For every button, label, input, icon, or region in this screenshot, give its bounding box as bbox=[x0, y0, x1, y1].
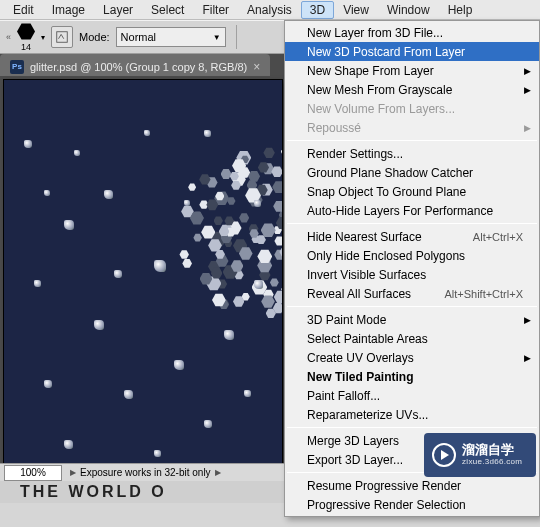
glitter-dot bbox=[254, 200, 261, 207]
submenu-arrow-icon: ▶ bbox=[524, 85, 531, 95]
menu-item[interactable]: Create UV Overlays▶ bbox=[285, 348, 539, 367]
glitter-dot bbox=[244, 390, 251, 397]
menu-item-label: Paint Falloff... bbox=[307, 389, 380, 403]
glitter-hex bbox=[179, 250, 188, 259]
menu-item[interactable]: Resume Progressive Render bbox=[285, 476, 539, 495]
menu-select[interactable]: Select bbox=[142, 1, 193, 19]
glitter-dot bbox=[204, 420, 212, 428]
menu-item[interactable]: Invert Visible Surfaces bbox=[285, 265, 539, 284]
glitter-dot bbox=[44, 380, 52, 388]
menu-item-label: New Shape From Layer bbox=[307, 64, 434, 78]
play-icon bbox=[432, 443, 456, 467]
glitter-dot bbox=[44, 190, 50, 196]
glitter-dot bbox=[64, 220, 74, 230]
menu-item-label: Auto-Hide Layers For Performance bbox=[307, 204, 493, 218]
document-tab[interactable]: Ps glitter.psd @ 100% (Group 1 copy 8, R… bbox=[0, 54, 270, 76]
close-icon[interactable]: × bbox=[253, 60, 260, 74]
menu-item[interactable]: Progressive Render Selection bbox=[285, 495, 539, 514]
menu-edit[interactable]: Edit bbox=[4, 1, 43, 19]
menu-item-label: Snap Object To Ground Plane bbox=[307, 185, 466, 199]
glitter-dot bbox=[174, 360, 184, 370]
menu-item[interactable]: Paint Falloff... bbox=[285, 386, 539, 405]
menu-item-label: Ground Plane Shadow Catcher bbox=[307, 166, 473, 180]
menu-item[interactable]: 3D Paint Mode▶ bbox=[285, 310, 539, 329]
menu-divider bbox=[287, 427, 537, 428]
glitter-dot bbox=[124, 390, 133, 399]
canvas[interactable] bbox=[4, 80, 282, 478]
menu-divider bbox=[287, 140, 537, 141]
menu-item-label: New 3D Postcard From Layer bbox=[307, 45, 465, 59]
menu-item[interactable]: Ground Plane Shadow Catcher bbox=[285, 163, 539, 182]
separator bbox=[236, 25, 237, 49]
brush-panel-button[interactable] bbox=[51, 26, 73, 48]
submenu-arrow-icon: ▶ bbox=[524, 315, 531, 325]
menu-item-label: Invert Visible Surfaces bbox=[307, 268, 426, 282]
menu-item[interactable]: Hide Nearest SurfaceAlt+Ctrl+X bbox=[285, 227, 539, 246]
glitter-hex bbox=[281, 144, 282, 159]
menu-item[interactable]: Reveal All SurfacesAlt+Shift+Ctrl+X bbox=[285, 284, 539, 303]
menu-item-label: Repoussé bbox=[307, 121, 361, 135]
menu-item-label: Export 3D Layer... bbox=[307, 453, 403, 467]
brush-size-value: 14 bbox=[21, 42, 31, 52]
chevron-down-icon: ▼ bbox=[213, 33, 221, 42]
chevron-right-icon[interactable]: ▶ bbox=[211, 468, 225, 477]
submenu-arrow-icon: ▶ bbox=[524, 66, 531, 76]
glitter-dot bbox=[184, 200, 190, 206]
menu-filter[interactable]: Filter bbox=[193, 1, 238, 19]
menu-view[interactable]: View bbox=[334, 1, 378, 19]
menu-item-label: Create UV Overlays bbox=[307, 351, 414, 365]
menu-image[interactable]: Image bbox=[43, 1, 94, 19]
submenu-arrow-icon: ▶ bbox=[524, 123, 531, 133]
mode-select[interactable]: Normal ▼ bbox=[116, 27, 226, 47]
menu-item[interactable]: New 3D Postcard From Layer bbox=[285, 42, 539, 61]
chevron-right-icon[interactable]: ▶ bbox=[66, 468, 80, 477]
menu-item-label: New Layer from 3D File... bbox=[307, 26, 443, 40]
menu-item[interactable]: New Layer from 3D File... bbox=[285, 23, 539, 42]
menu-item[interactable]: Reparameterize UVs... bbox=[285, 405, 539, 424]
glitter-dot bbox=[114, 270, 122, 278]
menu-item-label: Progressive Render Selection bbox=[307, 498, 466, 512]
brush-preset[interactable]: 14 bbox=[17, 23, 35, 52]
glitter-hex bbox=[274, 236, 282, 246]
menu-item-label: Merge 3D Layers bbox=[307, 434, 399, 448]
menu-item-label: Reveal All Surfaces bbox=[307, 287, 411, 301]
menu-help[interactable]: Help bbox=[439, 1, 482, 19]
menu-item[interactable]: New Tiled Painting bbox=[285, 367, 539, 386]
ps-file-icon: Ps bbox=[10, 60, 24, 74]
zoom-field[interactable]: 100% bbox=[4, 465, 62, 481]
menu-3d[interactable]: 3D bbox=[301, 1, 334, 19]
menu-divider bbox=[287, 306, 537, 307]
menu-item[interactable]: Select Paintable Areas bbox=[285, 329, 539, 348]
glitter-dot bbox=[94, 320, 104, 330]
submenu-arrow-icon: ▶ bbox=[524, 353, 531, 363]
chevron-down-icon[interactable]: ▾ bbox=[41, 33, 45, 42]
mode-value: Normal bbox=[121, 31, 156, 43]
menu-item[interactable]: New Mesh From Grayscale▶ bbox=[285, 80, 539, 99]
menu-window[interactable]: Window bbox=[378, 1, 439, 19]
glitter-dot bbox=[24, 140, 32, 148]
status-info: Exposure works in 32-bit only bbox=[80, 467, 211, 478]
glitter-dot bbox=[64, 440, 73, 449]
menu-shortcut: Alt+Shift+Ctrl+X bbox=[444, 288, 523, 300]
menu-item: Repoussé▶ bbox=[285, 118, 539, 137]
glitter-hex bbox=[182, 259, 192, 269]
glitter-hex bbox=[193, 233, 202, 242]
menu-item[interactable]: Only Hide Enclosed Polygons bbox=[285, 246, 539, 265]
glitter-hex bbox=[261, 295, 275, 309]
menu-item[interactable]: New Shape From Layer▶ bbox=[285, 61, 539, 80]
svg-rect-0 bbox=[57, 32, 68, 43]
menu-layer[interactable]: Layer bbox=[94, 1, 142, 19]
menu-item-label: New Volume From Layers... bbox=[307, 102, 455, 116]
bottom-text: THE WORLD O bbox=[20, 483, 167, 501]
menu-item-label: New Tiled Painting bbox=[307, 370, 413, 384]
menu-item[interactable]: Auto-Hide Layers For Performance bbox=[285, 201, 539, 220]
menu-item-label: Select Paintable Areas bbox=[307, 332, 428, 346]
glitter-dot bbox=[254, 280, 263, 289]
glitter-hex bbox=[239, 213, 249, 223]
menu-item[interactable]: Snap Object To Ground Plane bbox=[285, 182, 539, 201]
glitter-dot bbox=[154, 260, 166, 272]
menu-item-label: Resume Progressive Render bbox=[307, 479, 461, 493]
menu-item[interactable]: Render Settings... bbox=[285, 144, 539, 163]
watermark-title: 溜溜自学 bbox=[462, 443, 522, 457]
menu-analysis[interactable]: Analysis bbox=[238, 1, 301, 19]
